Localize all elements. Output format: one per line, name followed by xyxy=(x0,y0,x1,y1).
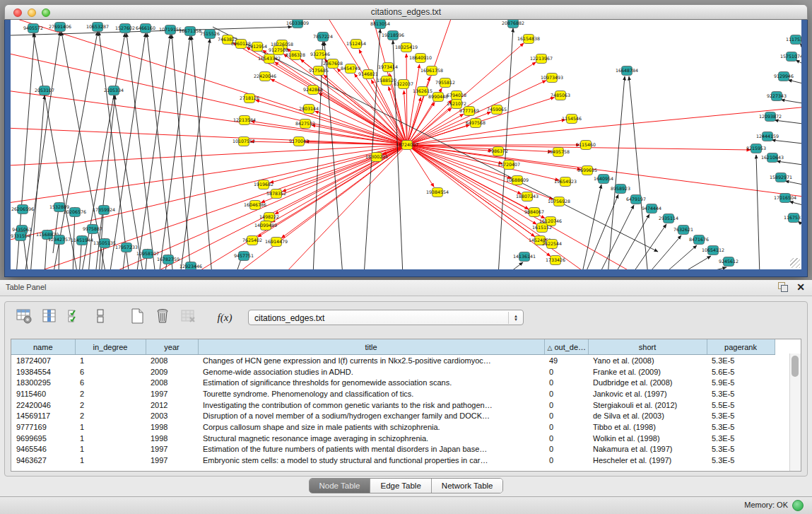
column-header-name[interactable]: name xyxy=(11,339,75,355)
table-row[interactable]: 2242004622012Investigating the contribut… xyxy=(11,399,775,411)
graph-node[interactable]: 1640954 xyxy=(594,175,613,184)
tab-network-table[interactable]: Network Table xyxy=(432,479,503,493)
graph-node[interactable]: 9975887 xyxy=(83,225,102,234)
graph-node[interactable]: 2367608 xyxy=(323,59,343,69)
graph-node[interactable]: 19495758 xyxy=(547,148,570,157)
graph-node[interactable]: 16543382 xyxy=(258,54,281,64)
graph-node[interactable]: 16046786 xyxy=(244,201,266,210)
graph-node[interactable]: 14136141 xyxy=(513,252,536,262)
column-header-pagerank[interactable]: pagerank xyxy=(707,339,775,355)
tab-edge-table[interactable]: Edge Table xyxy=(370,479,431,493)
graph-node[interactable]: 16782759 xyxy=(157,255,180,264)
row-checks-button[interactable] xyxy=(64,307,86,328)
graph-node[interactable]: 16671358 xyxy=(179,27,201,36)
graph-node[interactable]: 9175685 xyxy=(309,66,329,76)
graph-node[interactable]: 1615152 xyxy=(532,223,552,233)
graph-node[interactable]: 12213584 xyxy=(233,116,256,125)
graph-node[interactable]: 9474444 xyxy=(642,204,661,214)
column-header-title[interactable]: title xyxy=(198,339,544,355)
table-row[interactable]: 977716911998Corpus callosum shape and si… xyxy=(11,421,775,433)
graph-node[interactable]: 2803144 xyxy=(299,105,319,114)
graph-node[interactable]: 1973414 xyxy=(378,63,398,72)
graph-node[interactable]: 6794028 xyxy=(447,91,466,100)
paired-rows-button[interactable] xyxy=(90,307,111,328)
graph-node[interactable]: 8427552 xyxy=(295,119,315,129)
graph-node[interactable]: 6497568 xyxy=(466,119,486,128)
graph-node[interactable]: 8186328 xyxy=(286,51,305,60)
graph-node[interactable]: 18640910 xyxy=(409,54,432,63)
graph-node[interactable]: 7955812 xyxy=(435,78,455,88)
graph-node[interactable]: 8454749 xyxy=(341,64,360,74)
graph-node[interactable]: 8215953 xyxy=(746,144,766,153)
graph-node[interactable]: 15751074 xyxy=(780,52,801,62)
table-row[interactable]: 911546021997Tourette syndrome. Phenomeno… xyxy=(11,388,775,399)
graph-node[interactable]: 10107552 xyxy=(233,137,255,146)
window-titlebar[interactable]: citations_edges.txt xyxy=(4,4,808,20)
graph-node[interactable]: 9170043 xyxy=(289,137,309,146)
graph-node[interactable]: 16154838 xyxy=(517,35,540,44)
graph-node[interactable]: 9405572 xyxy=(23,24,43,33)
graph-node[interactable]: 2522544 xyxy=(542,240,562,249)
graph-node[interactable]: 7485063 xyxy=(551,91,570,100)
graph-node[interactable]: 17016504 xyxy=(774,194,796,203)
graph-node[interactable]: 7625402 xyxy=(242,236,262,245)
graph-node[interactable]: 7857224 xyxy=(313,33,333,42)
graph-node[interactable]: 8990448 xyxy=(428,93,448,102)
graph-node[interactable]: 10756928 xyxy=(548,197,570,206)
graph-node[interactable]: 12213967 xyxy=(530,54,553,64)
delete-attribute-button[interactable] xyxy=(152,307,173,328)
graph-node[interactable]: 7632621 xyxy=(673,226,693,235)
graph-node[interactable]: 9331594 xyxy=(11,232,30,241)
network-canvas[interactable]: 9405572276914061065328715276026466160107… xyxy=(11,20,801,269)
graph-node[interactable]: 1621072 xyxy=(447,100,466,109)
column-header-in_degree[interactable]: in_degree xyxy=(75,339,146,355)
graph-node[interactable]: 9129946 xyxy=(774,72,794,81)
graph-node[interactable]: 6479197 xyxy=(626,195,646,204)
graph-node[interactable]: 9115460 xyxy=(576,141,596,150)
table-row[interactable]: 1872400712008Changes of HCN gene express… xyxy=(11,355,775,366)
graph-node[interactable]: 19218596 xyxy=(382,31,404,40)
float-panel-icon[interactable] xyxy=(778,282,788,292)
graph-node[interactable]: 15720407 xyxy=(498,160,520,170)
graph-node[interactable]: 16961758 xyxy=(420,66,443,76)
graph-node[interactable]: 9699695 xyxy=(577,166,597,175)
graph-node[interactable]: 8912954 xyxy=(247,42,267,52)
table-row[interactable]: 1456911722003Disruption of a novel membe… xyxy=(11,410,775,421)
graph-node[interactable]: 10654112 xyxy=(702,246,724,255)
column-preferences-button[interactable] xyxy=(39,307,60,328)
graph-node[interactable]: 10688609 xyxy=(506,176,529,185)
graph-node[interactable]: 10973493 xyxy=(541,74,563,83)
graph-node[interactable]: 12342757 xyxy=(48,235,71,245)
graph-node[interactable]: 7515526 xyxy=(200,30,220,39)
graph-node[interactable]: 10653287 xyxy=(86,23,109,32)
graph-node[interactable]: 15892971 xyxy=(770,173,792,182)
citation-graph[interactable]: 9405572276914061065328715276026466160107… xyxy=(11,20,801,269)
scrollbar-thumb[interactable] xyxy=(792,356,799,377)
new-table-button[interactable] xyxy=(126,307,148,328)
graph-node[interactable]: 16210643 xyxy=(761,153,784,163)
graph-node[interactable]: 2718126 xyxy=(240,94,259,103)
graph-node[interactable]: 1512454 xyxy=(346,40,366,49)
table-settings-button[interactable] xyxy=(13,307,35,328)
graph-node[interactable]: 12093872 xyxy=(759,112,782,122)
table-row[interactable]: 1830029562008Estimation of significance … xyxy=(11,377,775,388)
graph-node[interactable]: 8813054 xyxy=(370,20,390,29)
table-select-combo[interactable]: citations_edges.txt▲▼ xyxy=(248,310,524,325)
graph-node[interactable]: 9227343 xyxy=(767,92,787,101)
graph-node[interactable]: 10958107 xyxy=(136,250,159,259)
table-row[interactable]: 946362711997Embryonic stem cells: a mode… xyxy=(11,455,775,466)
table-row[interactable]: 946554611997Estimation of the future num… xyxy=(11,444,775,455)
table-row[interactable]: 1938455462009Genome-wide association stu… xyxy=(11,366,775,378)
graph-node[interactable]: 1498222 xyxy=(259,213,279,222)
column-header-out_de[interactable]: △out_de… xyxy=(544,339,588,355)
graph-node[interactable]: 17359924 xyxy=(93,206,115,215)
graph-node[interactable]: 18807243 xyxy=(516,192,539,201)
graph-node[interactable]: 12923446 xyxy=(180,262,202,270)
graph-node[interactable]: 9245612 xyxy=(719,257,739,267)
graph-node[interactable]: 12444159 xyxy=(756,132,779,141)
column-header-year[interactable]: year xyxy=(146,339,198,355)
graph-node[interactable]: 13505135 xyxy=(93,239,116,248)
graph-node[interactable]: 7459065 xyxy=(487,105,507,115)
graph-node[interactable]: 1919682 xyxy=(254,180,273,189)
graph-node[interactable]: 2935114 xyxy=(659,214,678,223)
